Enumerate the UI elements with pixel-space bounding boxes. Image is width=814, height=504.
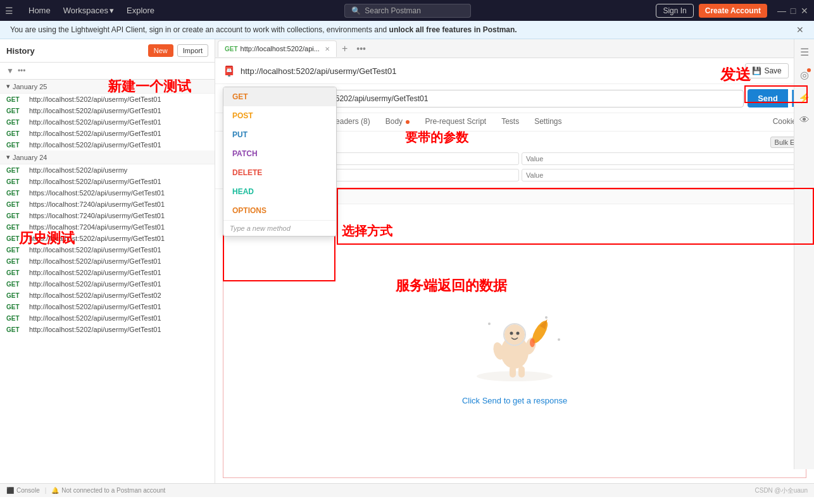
tab-prerequest[interactable]: Pre-request Script bbox=[418, 113, 492, 131]
status-bar: ⬛ Console | 🔔 Not connected to a Postman… bbox=[0, 483, 814, 497]
param-value-1[interactable] bbox=[522, 152, 806, 165]
history-item[interactable]: GEThttps://localhost:7240/api/usermy/Get… bbox=[0, 199, 215, 210]
sidebar-filter: ▼ ••• bbox=[0, 63, 215, 80]
history-item[interactable]: GEThttps://localhost:7204/api/usermy/Get… bbox=[0, 221, 215, 233]
request-icon: 📮 bbox=[223, 65, 235, 77]
send-highlight: Send bbox=[482, 396, 501, 405]
history-item[interactable]: GEThttp://localhost:5202/api/usermy/GetT… bbox=[0, 267, 215, 278]
filter-icon[interactable]: ▼ bbox=[6, 66, 14, 75]
sidebar-actions: New Import bbox=[148, 44, 208, 57]
click-send-text: Click Send to get a response bbox=[462, 396, 567, 405]
import-button[interactable]: Import bbox=[177, 44, 208, 57]
console-icon: ⬛ bbox=[6, 487, 14, 494]
close-button[interactable]: ✕ bbox=[800, 6, 809, 15]
banner-text: You are using the Lightweight API Client… bbox=[10, 25, 517, 34]
method-option-get[interactable]: GET bbox=[223, 87, 336, 106]
history-item[interactable]: GEThttp://localhost:5202/api/usermy/GetT… bbox=[0, 290, 215, 301]
mock-icon[interactable]: ⚡ bbox=[797, 90, 812, 105]
sidebar: 新建一个测试 历史测试 History New Import ▼ ••• ▾ J… bbox=[0, 39, 215, 483]
history-item[interactable]: GEThttp://localhost:5202/api/usermy/GetT… bbox=[0, 128, 215, 139]
response-body: 服务端返回的数据 bbox=[223, 204, 806, 477]
right-icon-panel: ☰ ◎ ⚡ 👁 bbox=[794, 39, 814, 469]
send-button[interactable]: Send bbox=[748, 89, 788, 108]
history-item[interactable]: GEThttp://localhost:5202/api/usermy/GetT… bbox=[0, 139, 215, 151]
param-value-2[interactable] bbox=[522, 169, 806, 181]
annotation-server-response: 服务端返回的数据 bbox=[396, 276, 507, 295]
svg-point-10 bbox=[530, 338, 535, 347]
tab-bar: GET http://localhost:5202/api... ✕ + ••• bbox=[215, 39, 814, 58]
titlebar: ☰ Home Workspaces ▾ Explore 🔍 Search Pos… bbox=[0, 0, 814, 21]
new-button[interactable]: New bbox=[148, 44, 173, 57]
banner: You are using the Lightweight API Client… bbox=[0, 21, 814, 39]
history-item[interactable]: GEThttps://localhost:5202/api/usermy/Get… bbox=[0, 233, 215, 244]
csdn-watermark: CSDN @小全uaun bbox=[755, 486, 808, 495]
history-item[interactable]: GEThttp://localhost:5202/api/usermy/GetT… bbox=[0, 278, 215, 290]
history-item[interactable]: GEThttp://localhost:5202/api/usermy/GetT… bbox=[0, 301, 215, 312]
tab-tests[interactable]: Tests bbox=[495, 113, 525, 131]
minimize-button[interactable]: — bbox=[777, 6, 786, 15]
svg-point-2 bbox=[504, 324, 525, 345]
history-item[interactable]: GEThttp://localhost:5202/api/usermy/GetT… bbox=[0, 312, 215, 324]
nav-home[interactable]: Home bbox=[23, 3, 56, 18]
titlebar-left: ☰ Home Workspaces ▾ Explore bbox=[5, 3, 160, 18]
history-item[interactable]: GEThttp://localhost:5202/api/usermy/GetT… bbox=[0, 116, 215, 128]
nav-workspaces[interactable]: Workspaces ▾ bbox=[58, 3, 119, 18]
monitors-icon[interactable]: 👁 bbox=[797, 113, 812, 128]
svg-point-3 bbox=[510, 332, 513, 335]
maximize-button[interactable]: □ bbox=[789, 6, 798, 15]
svg-point-15 bbox=[558, 338, 560, 341]
search-icon: 🔍 bbox=[351, 6, 361, 15]
history-item[interactable]: GEThttp://localhost:5202/api/usermy/GetT… bbox=[0, 105, 215, 116]
signin-button[interactable]: Sign In bbox=[656, 4, 693, 18]
method-option-post[interactable]: POST bbox=[223, 106, 336, 125]
search-box[interactable]: 🔍 Search Postman bbox=[344, 4, 471, 18]
create-account-button[interactable]: Create Account bbox=[699, 4, 767, 18]
method-option-patch[interactable]: PATCH bbox=[223, 144, 336, 163]
nav-explore[interactable]: Explore bbox=[122, 3, 160, 18]
history-item[interactable]: GEThttp://localhost:5202/api/usermy bbox=[0, 164, 215, 176]
history-item[interactable]: GEThttp://localhost:5202/api/usermy/GetT… bbox=[0, 324, 215, 335]
request-header: 📮 http://localhost:5202/api/usermy/GetTe… bbox=[215, 58, 814, 84]
add-tab-button[interactable]: + bbox=[338, 40, 351, 57]
sidebar-header: History New Import bbox=[0, 39, 215, 63]
history-item[interactable]: GEThttp://localhost:5202/api/usermy/GetT… bbox=[0, 94, 215, 105]
method-option-options[interactable]: OPTIONS bbox=[223, 201, 336, 220]
tab-body[interactable]: Body bbox=[379, 113, 416, 131]
banner-close-button[interactable]: ✕ bbox=[796, 25, 804, 35]
app-body: 新建一个测试 历史测试 History New Import ▼ ••• ▾ J… bbox=[0, 39, 814, 483]
svg-point-4 bbox=[517, 332, 520, 335]
history-item[interactable]: GEThttp://localhost:5202/api/usermy/GetT… bbox=[0, 244, 215, 255]
sidebar-title: History bbox=[6, 46, 35, 56]
method-option-delete[interactable]: DELETE bbox=[223, 163, 336, 182]
tab-more-button[interactable]: ••• bbox=[353, 41, 370, 56]
response-illustration bbox=[458, 295, 572, 386]
history-item[interactable]: GEThttp://localhost:5202/api/usermy/GetT… bbox=[0, 255, 215, 267]
history-item[interactable]: GEThttp://localhost:5202/api/usermy/GetT… bbox=[0, 176, 215, 187]
tab-close-icon[interactable]: ✕ bbox=[325, 46, 330, 52]
history-item[interactable]: GEThttps://localhost:7240/api/usermy/Get… bbox=[0, 210, 215, 221]
url-input[interactable] bbox=[277, 90, 744, 108]
save-icon: 💾 bbox=[752, 66, 761, 75]
sidebar-more-icon[interactable]: ••• bbox=[18, 66, 26, 75]
hamburger-icon[interactable]: ☰ bbox=[5, 6, 13, 16]
request-tab[interactable]: GET http://localhost:5202/api... ✕ bbox=[218, 40, 337, 57]
sidebar-content: ▾ January 25 GEThttp://localhost:5202/ap… bbox=[0, 80, 215, 483]
svg-point-14 bbox=[545, 316, 548, 319]
titlebar-right: Sign In Create Account — □ ✕ bbox=[656, 4, 809, 18]
titlebar-nav: Home Workspaces ▾ Explore bbox=[23, 3, 160, 18]
collections-icon[interactable]: ☰ bbox=[797, 44, 812, 59]
save-button[interactable]: 💾 Save bbox=[745, 63, 788, 78]
history-item[interactable]: GEThttps://localhost:5202/api/usermy/Get… bbox=[0, 187, 215, 199]
connection-status[interactable]: 🔔 Not connected to a Postman account bbox=[51, 487, 165, 494]
method-dropdown: GET POST PUT PATCH DELETE HEAD OPTIONS T… bbox=[223, 87, 337, 237]
method-type-input[interactable]: Type a new method bbox=[223, 220, 336, 236]
environments-icon[interactable]: ◎ bbox=[797, 67, 812, 82]
tab-settings[interactable]: Settings bbox=[528, 113, 568, 131]
history-group-jan25: ▾ January 25 bbox=[0, 80, 215, 94]
right-panel-container: GET http://localhost:5202/api... ✕ + •••… bbox=[215, 39, 814, 483]
method-option-head[interactable]: HEAD bbox=[223, 182, 336, 201]
connection-icon: 🔔 bbox=[51, 487, 59, 494]
console-button[interactable]: ⬛ Console bbox=[6, 487, 40, 494]
tab-method-icon: GET bbox=[225, 46, 238, 52]
method-option-put[interactable]: PUT bbox=[223, 125, 336, 144]
